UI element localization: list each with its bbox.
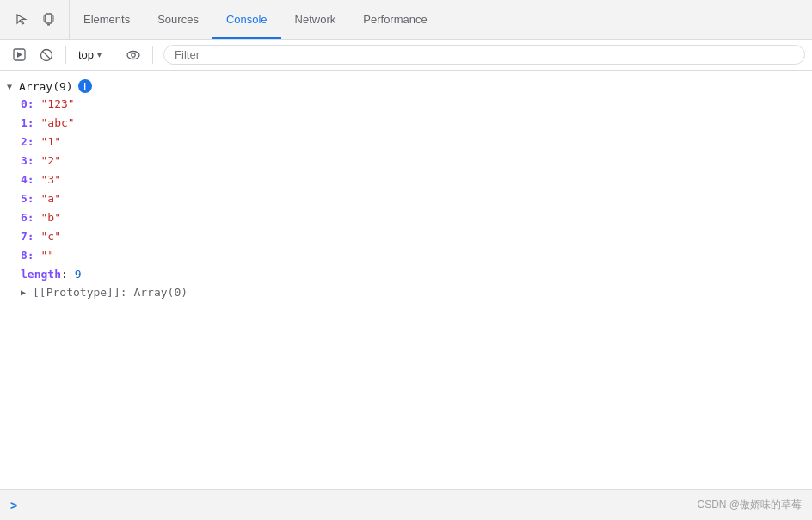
array-item-3: 3: "2" (0, 152, 812, 170)
expand-triangle-icon: ▼ (7, 82, 12, 91)
array-item-5: 5: "a" (0, 189, 812, 208)
console-toolbar: top ▾ (0, 40, 812, 71)
context-selector[interactable]: top ▾ (73, 46, 107, 63)
divider-1 (65, 46, 66, 64)
info-badge: i (78, 79, 92, 93)
svg-marker-5 (17, 52, 22, 58)
svg-point-9 (132, 53, 135, 56)
tab-sources[interactable]: Sources (144, 0, 212, 39)
array-item-4: 4: "3" (0, 170, 812, 189)
filter-input[interactable] (163, 45, 805, 65)
divider-3 (152, 46, 153, 64)
svg-rect-1 (47, 24, 50, 26)
tab-console[interactable]: Console (212, 0, 281, 39)
array-length: length : 9 (0, 265, 812, 284)
array-item-6: 6: "b" (0, 208, 812, 227)
svg-line-7 (43, 51, 51, 59)
console-output: ▼ Array(9) i 0: "123" 1: "abc" 2: "1" 3:… (0, 71, 812, 489)
watermark-text: CSDN @傲娇味的草莓 (697, 498, 802, 512)
console-prompt[interactable]: > (10, 498, 17, 512)
array-header[interactable]: ▼ Array(9) i (0, 77, 812, 95)
prototype-row[interactable]: ▶ [[Prototype]]: Array(0) (0, 284, 812, 300)
svg-rect-3 (52, 15, 53, 22)
cursor-icon[interactable] (10, 8, 34, 32)
context-label: top (78, 48, 94, 61)
array-item-2: 2: "1" (0, 133, 812, 152)
status-bar: > CSDN @傲娇味的草莓 (0, 489, 812, 520)
tab-bar: Elements Sources Console Network Perform… (0, 0, 812, 40)
svg-rect-2 (44, 15, 46, 22)
tab-elements[interactable]: Elements (70, 0, 144, 39)
play-icon[interactable] (7, 43, 31, 67)
array-item-1: 1: "abc" (0, 114, 812, 133)
divider-2 (114, 46, 114, 64)
array-item-0: 0: "123" (0, 95, 812, 114)
eye-icon[interactable] (121, 43, 145, 67)
svg-rect-0 (46, 14, 52, 23)
prototype-triangle-icon: ▶ (21, 288, 26, 297)
chevron-down-icon: ▾ (97, 50, 102, 59)
array-item-7: 7: "c" (0, 227, 812, 246)
devtools-icons (3, 0, 70, 39)
array-item-8: 8: "" (0, 246, 812, 265)
svg-point-8 (127, 51, 139, 59)
tab-network[interactable]: Network (281, 0, 350, 39)
tab-performance[interactable]: Performance (349, 0, 440, 39)
mobile-icon[interactable] (38, 8, 62, 32)
no-icon[interactable] (34, 43, 58, 67)
array-label: Array(9) (19, 80, 73, 93)
